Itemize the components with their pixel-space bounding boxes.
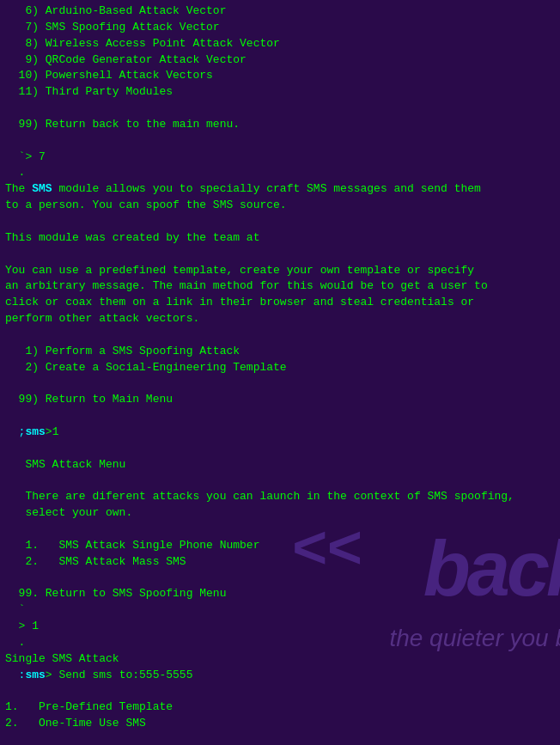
line-19: 99) Return to Main Menu bbox=[5, 392, 555, 408]
line-21: SMS Attack Menu bbox=[5, 457, 555, 473]
line-blank-10 bbox=[5, 522, 555, 538]
line-16: perform other attack vectors. bbox=[5, 311, 555, 327]
line-8: `> 7 bbox=[5, 150, 555, 166]
line-27: ` bbox=[5, 602, 555, 619]
line-3: 8) Wireless Access Point Attack Vector bbox=[5, 36, 555, 52]
line-9: . bbox=[5, 165, 555, 181]
line-blank-2 bbox=[5, 133, 555, 150]
line-15: click or coax them on a link in their br… bbox=[5, 295, 555, 311]
terminal-window: back << the quieter you b 6) Arduino-Bas… bbox=[0, 0, 560, 745]
line-blank-11 bbox=[5, 571, 555, 587]
line-18: 2) Create a Social-Engineering Template bbox=[5, 360, 555, 376]
line-1: 6) Arduino-Based Attack Vector bbox=[5, 3, 555, 20]
line-23: select your own. bbox=[5, 505, 555, 522]
sms-prompt-label-2: sms bbox=[25, 669, 45, 681]
line-7: 99) Return back to the main menu. bbox=[5, 117, 555, 133]
line-20: ;sms>1 bbox=[5, 424, 555, 441]
line-12: This module was created by the team at bbox=[5, 230, 555, 247]
line-blank-13 bbox=[5, 732, 555, 745]
line-10: The SMS module allows you to specially c… bbox=[5, 181, 555, 198]
line-31: :sms> Send sms to:555-5555 bbox=[5, 668, 555, 684]
line-blank-7 bbox=[5, 408, 555, 424]
line-14: an arbitrary message. The main method fo… bbox=[5, 278, 555, 295]
line-blank-6 bbox=[5, 376, 555, 392]
line-29: . bbox=[5, 635, 555, 651]
line-24: 1. SMS Attack Single Phone Number bbox=[5, 538, 555, 554]
line-blank-5 bbox=[5, 327, 555, 344]
line-28: > 1 bbox=[5, 619, 555, 635]
line-2: 7) SMS Spoofing Attack Vector bbox=[5, 20, 555, 36]
line-33: 2. One-Time Use SMS bbox=[5, 716, 555, 732]
line-22: There are diferent attacks you can launc… bbox=[5, 489, 555, 505]
line-6: 11) Third Party Modules bbox=[5, 84, 555, 101]
line-30: Single SMS Attack bbox=[5, 651, 555, 668]
sms-keyword: SMS bbox=[32, 182, 52, 195]
line-blank-8 bbox=[5, 441, 555, 457]
line-blank-9 bbox=[5, 473, 555, 489]
line-25: 2. SMS Attack Mass SMS bbox=[5, 554, 555, 571]
line-blank-12 bbox=[5, 683, 555, 699]
line-26: 99. Return to SMS Spoofing Menu bbox=[5, 586, 555, 602]
line-32: 1. Pre-Defined Template bbox=[5, 699, 555, 716]
line-4: 9) QRCode Generator Attack Vector bbox=[5, 52, 555, 69]
line-11: to a person. You can spoof the SMS sourc… bbox=[5, 198, 555, 214]
sms-prompt-label-1: sms bbox=[25, 425, 45, 438]
line-blank-1 bbox=[5, 101, 555, 117]
line-blank-3 bbox=[5, 214, 555, 230]
line-blank-4 bbox=[5, 247, 555, 263]
line-17: 1) Perform a SMS Spoofing Attack bbox=[5, 344, 555, 360]
line-5: 10) Powershell Attack Vectors bbox=[5, 68, 555, 84]
line-13: You can use a predefined template, creat… bbox=[5, 263, 555, 279]
